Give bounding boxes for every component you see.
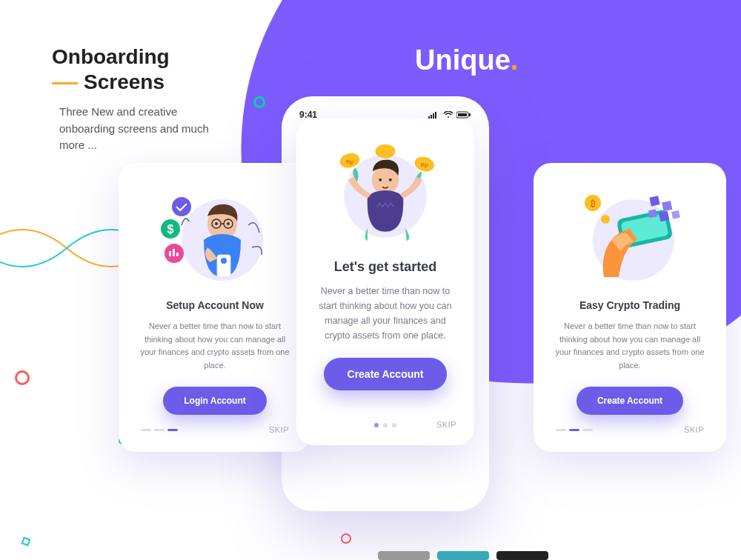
svg-rect-39 (649, 196, 659, 206)
card-desc-trading: Never a better time than now to start th… (551, 320, 708, 372)
heading-line2: Screens (84, 70, 165, 93)
card-title-trading: Easy Crypto Trading (551, 299, 708, 311)
svg-point-27 (376, 144, 396, 159)
heading-dash-icon (52, 82, 78, 84)
create-account-button-center[interactable]: Create Account (324, 358, 448, 390)
svg-rect-13 (169, 251, 171, 256)
skip-button[interactable]: SKIP (684, 425, 704, 434)
card-footer-setup: SKIP (136, 425, 293, 434)
svg-point-32 (389, 179, 392, 181)
dot-indicator[interactable] (154, 429, 165, 431)
svg-point-17 (215, 222, 218, 225)
signal-icon (428, 111, 440, 119)
svg-rect-2 (433, 113, 434, 119)
decor-circle-green (253, 96, 265, 108)
page-subtitle: Three New and creative onboarding screen… (59, 104, 215, 154)
brand-name: Unique (415, 44, 511, 76)
battery-icon (456, 111, 471, 119)
card-title-setup: Setup Account Now (136, 299, 293, 311)
status-icons (428, 111, 471, 119)
svg-rect-7 (469, 113, 471, 116)
svg-rect-3 (435, 112, 436, 119)
svg-point-36 (601, 215, 610, 224)
decor-circle-small-red (341, 533, 351, 544)
status-bar: 9:41 (282, 96, 489, 120)
illustration-start: Rp Rp (314, 133, 456, 252)
wifi-icon (443, 111, 453, 119)
card-desc-setup: Never a better time than now to start th… (136, 320, 293, 372)
svg-text:Rp: Rp (421, 161, 429, 168)
svg-rect-40 (662, 201, 672, 211)
skip-button[interactable]: SKIP (436, 420, 456, 429)
pagination-dots-setup (141, 429, 178, 431)
dot-indicator[interactable] (582, 429, 593, 431)
dot-indicator-active[interactable] (569, 429, 579, 431)
dot-indicator[interactable] (556, 429, 566, 431)
svg-rect-6 (458, 113, 467, 116)
pagination-dots-start (314, 423, 456, 427)
dot-indicator[interactable] (383, 423, 388, 427)
create-account-button-right[interactable]: Create Account (576, 387, 683, 415)
svg-text:Rp: Rp (346, 159, 354, 165)
dot-indicator-active[interactable] (167, 429, 178, 431)
dot-indicator[interactable] (392, 423, 396, 427)
brand-dot: . (511, 44, 519, 76)
illustration-setup: $ (136, 181, 293, 292)
brand-logo: Unique. (415, 44, 518, 76)
svg-rect-15 (176, 253, 179, 256)
onboarding-card-setup: $ Setup Account Now Never a better time … (119, 163, 311, 452)
svg-rect-43 (648, 209, 657, 218)
svg-point-18 (227, 222, 230, 225)
card-title-start: Let's get started (314, 259, 456, 275)
svg-point-4 (448, 116, 449, 118)
dot-indicator[interactable] (141, 429, 151, 431)
decor-square-teal (21, 537, 31, 547)
card-desc-start: Never a better time than now to start th… (314, 284, 456, 343)
thumbnail (437, 551, 489, 560)
thumbnail-strip (378, 551, 548, 560)
svg-text:₿: ₿ (591, 199, 596, 209)
svg-point-9 (172, 197, 191, 216)
thumbnail (378, 551, 430, 560)
pagination-dots-trading (556, 429, 593, 431)
dot-indicator-active[interactable] (374, 423, 379, 427)
svg-rect-41 (659, 211, 669, 221)
onboarding-card-start: Rp Rp Let's get started Never a better t… (296, 119, 474, 445)
svg-point-23 (221, 258, 227, 264)
illustration-trading: ₿ (551, 181, 708, 292)
heading-line1: Onboarding (52, 45, 170, 68)
svg-rect-14 (173, 249, 175, 256)
login-account-button[interactable]: Login Account (163, 387, 267, 415)
onboarding-card-trading: ₿ Easy Crypto Trading Never a better tim… (534, 163, 726, 452)
skip-button[interactable]: SKIP (269, 425, 289, 434)
svg-point-31 (379, 179, 382, 181)
card-footer-trading: SKIP (551, 425, 708, 434)
svg-rect-42 (671, 210, 680, 219)
decor-circle-red (15, 370, 30, 385)
page-heading: Onboarding Screens (52, 44, 170, 94)
thumbnail (496, 551, 548, 560)
svg-text:$: $ (167, 223, 174, 236)
